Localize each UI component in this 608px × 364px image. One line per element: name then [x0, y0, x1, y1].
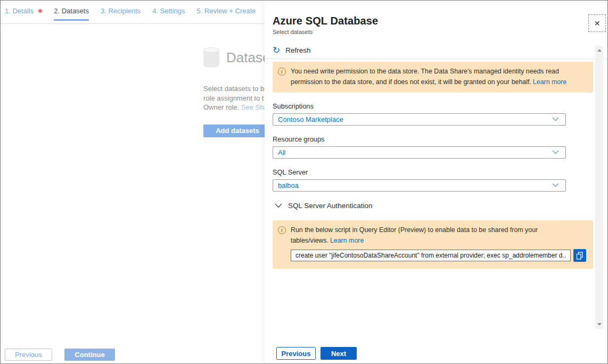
copy-icon: [576, 252, 584, 260]
script-learn-more-link[interactable]: Learn more: [330, 237, 364, 244]
error-dot-icon: [38, 9, 42, 13]
see-share-permissions-link[interactable]: See Sha: [241, 103, 268, 111]
sql-server-authentication-expander[interactable]: SQL Server Authentication: [275, 202, 397, 210]
refresh-label: Refresh: [285, 46, 310, 54]
azure-sql-database-panel: Azure SQL Database Select datasets ✕ ↻ R…: [265, 1, 607, 363]
database-icon: [203, 47, 219, 68]
script-row: [291, 249, 586, 262]
panel-scrollbar[interactable]: [595, 46, 603, 329]
tab-datasets[interactable]: 2. Datasets: [54, 7, 89, 21]
tab-details[interactable]: 1. Details: [5, 7, 42, 21]
tab-recipients-label: 3. Recipients: [101, 7, 141, 15]
scroll-up-icon[interactable]: [597, 49, 602, 52]
refresh-button[interactable]: ↻ Refresh: [273, 46, 321, 55]
subscriptions-dropdown[interactable]: Contoso Marketplace: [273, 113, 566, 126]
resource-groups-value: All: [273, 148, 285, 156]
permission-info-banner: i You need write permission to the data …: [273, 62, 593, 93]
tab-review-create[interactable]: 5. Review + Create: [197, 7, 256, 21]
script-banner-text: Run the below script in Query Editor (Pr…: [291, 225, 553, 246]
panel-subtitle: Select datasets: [273, 29, 607, 35]
copy-button[interactable]: [573, 249, 586, 262]
permission-banner-text: You need write permission to the data st…: [291, 67, 588, 88]
tab-recipients[interactable]: 3. Recipients: [101, 7, 141, 21]
info-icon: i: [278, 226, 286, 234]
tab-datasets-label: 2. Datasets: [54, 7, 89, 15]
wizard-previous-button[interactable]: Previous: [5, 349, 52, 361]
close-button[interactable]: ✕: [588, 14, 606, 32]
panel-header: Azure SQL Database Select datasets: [265, 1, 607, 35]
refresh-icon: ↻: [273, 46, 280, 55]
chevron-down-icon: [552, 183, 559, 187]
chevron-down-icon: [552, 150, 559, 154]
sql-server-label: SQL Server: [273, 168, 566, 176]
sql-server-dropdown[interactable]: balboa: [273, 179, 566, 192]
panel-footer: Previous Next: [276, 347, 357, 360]
tab-settings[interactable]: 4. Settings: [152, 7, 185, 21]
resource-groups-dropdown[interactable]: All: [273, 146, 566, 159]
sql-server-authentication-label: SQL Server Authentication: [288, 202, 373, 210]
info-icon: i: [278, 68, 286, 76]
close-icon: ✕: [594, 20, 601, 27]
sql-server-value: balboa: [273, 181, 299, 189]
scroll-down-icon[interactable]: [597, 323, 602, 326]
wizard-footer: Previous Continue: [5, 349, 115, 361]
script-info-banner: i Run the below script in Query Editor (…: [273, 220, 593, 269]
panel-next-button[interactable]: Next: [321, 347, 357, 360]
script-input[interactable]: [291, 250, 571, 261]
wizard-continue-button[interactable]: Continue: [64, 349, 115, 361]
panel-previous-button[interactable]: Previous: [276, 347, 316, 360]
add-datasets-button[interactable]: Add datasets: [203, 125, 272, 137]
tab-settings-label: 4. Settings: [152, 7, 185, 15]
subscriptions-field: Subscriptions Contoso Marketplace: [273, 102, 566, 126]
subscriptions-value: Contoso Marketplace: [273, 115, 343, 123]
panel-title: Azure SQL Database: [273, 15, 607, 27]
resource-groups-label: Resource groups: [273, 135, 566, 143]
tab-details-label: 1. Details: [5, 7, 34, 15]
resource-groups-field: Resource groups All: [273, 135, 566, 159]
chevron-down-icon: [552, 117, 559, 121]
app-window: 1. Details 2. Datasets 3. Recipients 4. …: [0, 0, 608, 364]
subscriptions-label: Subscriptions: [273, 102, 566, 110]
chevron-down-icon: [275, 203, 282, 208]
sql-server-field: SQL Server balboa: [273, 168, 566, 192]
permission-learn-more-link[interactable]: Learn more: [533, 78, 566, 86]
tab-review-create-label: 5. Review + Create: [197, 7, 256, 15]
toolbar-divider: [265, 59, 607, 59]
